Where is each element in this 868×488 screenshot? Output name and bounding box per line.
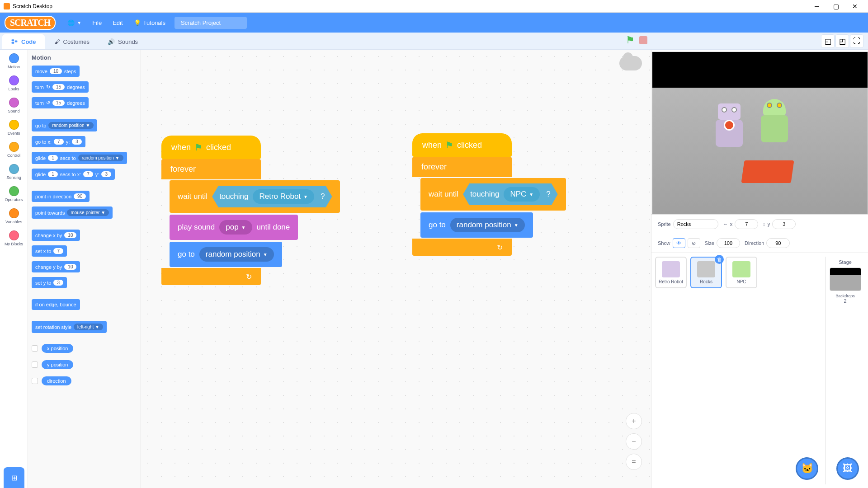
script-stack-1[interactable]: when⚑clicked forever wait until touching…	[161, 136, 340, 285]
globe-menu[interactable]: 🌐▼	[62, 17, 87, 29]
sounds-icon: 🔊	[108, 38, 115, 45]
block-change-x[interactable]: change x by10	[32, 230, 80, 241]
loop-arrow-icon: ↻	[246, 272, 252, 281]
block-change-y[interactable]: change y by10	[32, 261, 80, 272]
boolean-touching-2[interactable]: touching NPC▼ ?	[463, 183, 558, 205]
window-minimize-button[interactable]: ─	[807, 0, 826, 13]
sprite-tile-rocks[interactable]: 🗑 Rocks	[690, 257, 722, 288]
forever-foot[interactable]: ↻	[161, 268, 261, 285]
block-goto[interactable]: go torandom position ▼	[32, 119, 97, 131]
block-wait-until-2[interactable]: wait until touching NPC▼ ?	[420, 178, 566, 211]
add-sprite-button[interactable]: 🐱	[796, 457, 818, 480]
block-turn-cw[interactable]: turn↻15degrees	[32, 81, 89, 93]
sprite-name-input[interactable]	[673, 219, 718, 229]
category-sensing[interactable]: Sensing	[0, 164, 28, 180]
dropdown-touching-target-2[interactable]: NPC▼	[504, 187, 540, 202]
category-motion[interactable]: Motion	[0, 53, 28, 69]
show-sprite-button[interactable]: 👁	[673, 238, 685, 248]
xpos-checkbox[interactable]	[32, 345, 38, 352]
category-variables[interactable]: Variables	[0, 208, 28, 224]
reporter-y-position[interactable]: y position	[42, 360, 73, 369]
category-operators[interactable]: Operators	[0, 186, 28, 202]
edit-menu[interactable]: Edit	[107, 17, 128, 29]
category-control[interactable]: Control	[0, 142, 28, 158]
stage-selector[interactable]: Stage Backdrops 2	[826, 257, 864, 484]
flag-icon: ⚑	[194, 142, 203, 153]
tutorials-button[interactable]: 💡Tutorials	[128, 17, 171, 29]
window-close-button[interactable]: ✕	[845, 0, 864, 13]
block-point-direction[interactable]: point in direction90	[32, 191, 90, 202]
sprite-tile-npc[interactable]: NPC	[726, 257, 757, 288]
block-glide-xy[interactable]: glide1secs to x:7y:3	[32, 169, 115, 180]
block-bounce[interactable]: if on edge, bounce	[32, 299, 80, 310]
tab-sounds[interactable]: 🔊Sounds	[99, 34, 147, 49]
script-stack-2[interactable]: when⚑clicked forever wait until touching…	[412, 133, 566, 256]
sprite-direction-input[interactable]	[766, 238, 790, 248]
window-title: Scratch Desktop	[13, 3, 52, 9]
script-workspace[interactable]: when⚑clicked forever wait until touching…	[141, 50, 651, 488]
green-flag-button[interactable]: ⚑	[626, 34, 635, 46]
delete-sprite-button[interactable]: 🗑	[715, 255, 724, 264]
dropdown-goto-target-2[interactable]: random position▼	[450, 218, 525, 232]
hat-when-flag-clicked-2[interactable]: when⚑clicked	[412, 133, 512, 157]
fullscreen-button[interactable]: ⛶	[850, 34, 863, 48]
scratch-logo[interactable]: SCRATCH	[5, 16, 56, 30]
forever-foot-2[interactable]: ↻	[412, 239, 512, 256]
ypos-checkbox[interactable]	[32, 361, 38, 368]
tab-costumes[interactable]: 🖌Costumes	[45, 34, 99, 49]
xy-icon: ↔	[723, 221, 728, 227]
block-rotation-style[interactable]: set rotation styleleft-right ▼	[32, 321, 107, 333]
dropdown-touching-target[interactable]: Retro Robot▼	[253, 189, 314, 204]
block-palette: Motion move10steps turn↻15degrees turn↺1…	[28, 50, 141, 488]
category-events[interactable]: Events	[0, 120, 28, 136]
reporter-direction[interactable]: direction	[42, 376, 71, 385]
reporter-x-position[interactable]: x position	[42, 344, 73, 353]
hat-when-flag-clicked[interactable]: when⚑clicked	[161, 136, 261, 159]
block-goto-random-2[interactable]: go to random position▼	[420, 212, 533, 238]
window-maximize-button[interactable]: ▢	[826, 0, 845, 13]
zoom-out-button[interactable]: −	[626, 433, 642, 450]
block-glide-to[interactable]: glide1secs torandom position ▼	[32, 152, 127, 164]
sprite-y-input[interactable]	[772, 219, 796, 229]
sprite-x-input[interactable]	[735, 219, 758, 229]
tab-code[interactable]: Code	[2, 34, 45, 49]
sprite-tile-retro-robot[interactable]: Retro Robot	[655, 257, 687, 288]
zoom-reset-button[interactable]: =	[626, 454, 642, 470]
block-goto-random[interactable]: go to random position▼	[170, 242, 282, 267]
small-stage-button[interactable]: ◱	[821, 34, 835, 48]
right-panel: Sprite ↔x ↕y Show 👁 ⊘ Size Direction Ret…	[651, 50, 868, 488]
block-point-towards[interactable]: point towardsmouse-pointer ▼	[32, 206, 113, 219]
block-forever-2[interactable]: forever	[412, 157, 512, 177]
palette-heading: Motion	[32, 54, 137, 61]
project-name-input[interactable]: Scratch Project	[175, 17, 247, 29]
add-extension-button[interactable]: ⊞	[4, 467, 24, 488]
large-stage-button[interactable]: ◰	[835, 34, 849, 48]
category-sound[interactable]: Sound	[0, 98, 28, 113]
zoom-in-button[interactable]: +	[626, 413, 642, 429]
block-forever[interactable]: forever	[161, 159, 261, 179]
dropdown-goto-target[interactable]: random position▼	[199, 247, 274, 262]
tab-row: Code 🖌Costumes 🔊Sounds ⚑ ◱ ◰ ⛶	[0, 33, 868, 50]
hide-sprite-button[interactable]: ⊘	[688, 238, 700, 248]
window-titlebar: Scratch Desktop ─ ▢ ✕	[0, 0, 868, 13]
sprite-size-input[interactable]	[717, 238, 740, 248]
boolean-touching[interactable]: touching Retro Robot▼ ?	[212, 186, 332, 207]
category-my-blocks[interactable]: My Blocks	[0, 230, 28, 246]
code-icon	[11, 38, 18, 45]
dir-checkbox[interactable]	[32, 378, 38, 384]
file-menu[interactable]: File	[87, 17, 107, 29]
add-backdrop-button[interactable]: 🖼	[836, 457, 859, 480]
block-move-steps[interactable]: move10steps	[32, 66, 80, 77]
category-dot	[9, 98, 19, 108]
stage-canvas[interactable]	[652, 52, 868, 214]
cat-icon: 🐱	[801, 463, 813, 474]
block-wait-until[interactable]: wait until touching Retro Robot▼ ?	[170, 180, 340, 213]
block-turn-ccw[interactable]: turn↺15degrees	[32, 97, 89, 108]
stop-button[interactable]	[639, 36, 647, 44]
category-looks[interactable]: Looks	[0, 75, 28, 91]
block-play-sound[interactable]: play sound pop▼ until done	[170, 215, 298, 240]
block-set-y[interactable]: set y to3	[32, 277, 67, 288]
dropdown-sound[interactable]: pop▼	[219, 220, 252, 235]
block-set-x[interactable]: set x to7	[32, 245, 67, 257]
block-goto-xy[interactable]: go to x:7y:3	[32, 136, 85, 147]
